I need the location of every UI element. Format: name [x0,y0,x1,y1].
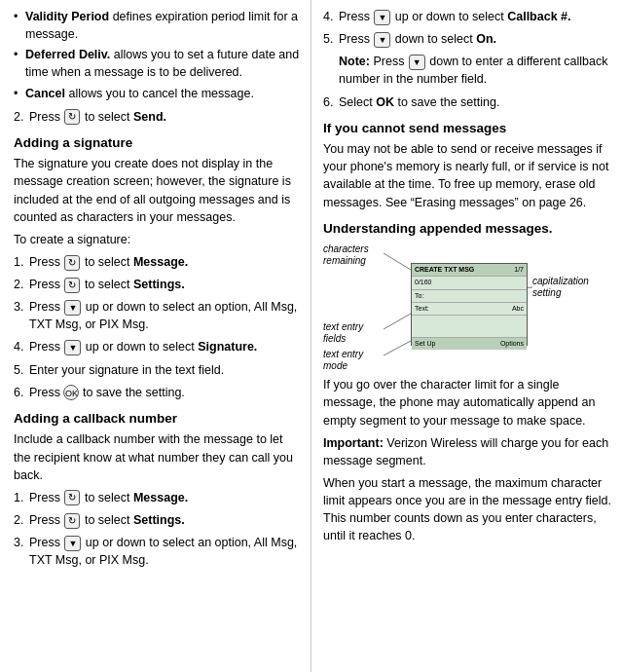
bullet-list: Validity Period defines expiration perio… [14,8,301,102]
sig-step-content-5: Enter your signature in the text field. [29,361,301,379]
bullet-bold-2: Deferred Deliv. [25,48,110,61]
step2-bold: Send. [133,110,166,124]
text-entry-mode-label: text entry mode [323,349,363,371]
sig-step-num-5: 5. [14,361,29,379]
sig-step-content-1: Press ↻ to select Message. [29,253,301,271]
cb-step-3: 3. Press ▼ up or down to select an optio… [14,534,301,569]
right-step-num-4: 4. [323,8,339,25]
step2-text: to select [85,110,130,124]
callback-para: Include a callback number with the messa… [14,430,301,483]
screen-title: CREATE TXT MSG [415,265,474,275]
sig-step-5: 5. Enter your signature in the text fiel… [14,361,301,379]
cb-step-num-3: 3. [14,534,29,551]
right-step-5: 5. Press ▼ down to select On. [323,30,612,48]
screen-page: 1/7 [514,265,524,275]
chars-remaining-label: characters remaining [323,243,369,266]
right-step-content-5: Press ▼ down to select On. [339,30,612,48]
callout-chars: characters remaining [323,243,382,267]
right-step-num-6: 6. [323,93,339,111]
r-nav-icon-note: ▼ [409,55,425,70]
bullet-bold-1: Validity Period [25,10,109,23]
screen-btn2: Options [500,339,524,349]
note-block: Note: Press ▼ down to enter a different … [339,53,612,88]
cb-nav-icon-3: ▼ [64,536,81,551]
right-step-num-5: 5. [323,30,339,48]
list-item: Cancel allows you to cancel the message. [14,85,301,102]
cb-step-2: 2. Press ↻ to select Settings. [14,511,301,529]
bullet-rest-3: allows you to cancel the message. [68,87,253,100]
sig-step-3: 3. Press ▼ up or down to select an optio… [14,298,301,333]
screen-text-row: Text: Abc [412,303,527,316]
r-nav-icon-5: ▼ [374,32,390,48]
sig-step-content-2: Press ↻ to select Settings. [29,276,301,293]
important-block: Important: Verizon Wireless will charge … [323,434,612,469]
screen-abc: Abc [512,304,524,314]
screen-counter-row: 0/160 [412,277,527,289]
sig-step-num-2: 2. [14,276,29,293]
svg-line-0 [384,253,411,270]
sig-step-num-3: 3. [14,298,29,316]
signature-para: The signature you create does not displa… [14,155,301,226]
nav-icon-4: ▼ [64,340,81,355]
sig-step-content-6: Press OK to save the setting. [29,384,301,401]
callout-text-entry: text entry fields [323,321,382,345]
main-content: Validity Period defines expiration perio… [0,0,622,672]
cb-icon-2: ↻ [64,513,80,529]
cb-step-num-2: 2. [14,511,29,529]
screen-bottom-bar: Set Up Options [412,337,527,350]
cannot-para: You may not be able to send or receive m… [323,140,612,211]
svg-line-1 [384,314,411,329]
right-column: 4. Press ▼ up or down to select Callback… [311,0,622,672]
callout-cap-setting: capitalization setting [532,276,596,299]
r-nav-icon-4: ▼ [374,10,390,25]
sig-step-1: 1. Press ↻ to select Message. [14,253,301,271]
msg-icon-1: ↻ [64,255,80,271]
text-entry-fields-label: text entry fields [323,321,363,344]
list-item: Validity Period defines expiration perio… [14,8,301,43]
screen-empty [412,316,527,337]
press-label: Press [29,110,60,124]
sig-step-content-4: Press ▼ up or down to select Signature. [29,338,301,355]
diagram-screen: CREATE TXT MSG 1/7 0/160 To: Text: Abc [411,263,528,346]
heading-signature: Adding a signature [14,133,301,153]
heading-callback: Adding a callback number [14,409,301,429]
heading-appended: Understanding appended messages. [323,219,612,239]
send-icon: ↻ [64,109,80,125]
screen-btn1: Set Up [415,339,435,349]
note-rest: down to enter a different callback numbe… [339,55,607,86]
screen-to: To: [415,292,423,299]
sig-step-num-1: 1. [14,253,29,271]
right-step-content-6: Select OK to save the setting. [339,93,612,111]
sig-step-4: 4. Press ▼ up or down to select Signatur… [14,338,301,355]
to-create-label: To create a signature: [14,231,301,248]
cap-setting-label: capitalization setting [532,276,589,298]
step-content-2: Press ↻ to select Send. [29,108,301,126]
cb-step-content-2: Press ↻ to select Settings. [29,511,301,529]
right-step-6: 6. Select OK to save the setting. [323,93,612,111]
appended-para1: If you go over the character limit for a… [323,376,612,429]
cb-icon-1: ↻ [64,490,80,505]
ok-icon-sig: OK [63,385,79,400]
cb-step-content-3: Press ▼ up or down to select an option, … [29,534,301,569]
appended-para2: When you start a message, the maximum ch… [323,474,612,545]
screen-text: Text: [415,304,429,314]
screen-to-row: To: [412,290,527,303]
note-label: Note: [339,55,370,68]
sig-step-2: 2. Press ↻ to select Settings. [14,276,301,293]
list-item: Deferred Deliv. allows you to set a futu… [14,46,301,81]
sig-step-num-4: 4. [14,338,29,355]
cb-step-1: 1. Press ↻ to select Message. [14,489,301,506]
sig-step-num-6: 6. [14,384,29,401]
important-label: Important: [323,436,384,450]
screen-top-bar: CREATE TXT MSG 1/7 [412,264,527,277]
right-step-4: 4. Press ▼ up or down to select Callback… [323,8,612,25]
cb-step-num-1: 1. [14,489,29,506]
nav-icon-3: ▼ [64,300,81,316]
diagram-wrapper: characters remaining CR [323,243,596,370]
page-wrapper: Validity Period defines expiration perio… [0,0,622,672]
msg-icon-2: ↻ [64,278,80,293]
bullet-bold-3: Cancel [25,87,65,100]
step-num-2: 2. [14,108,29,126]
cb-step-content-1: Press ↻ to select Message. [29,489,301,506]
right-step-content-4: Press ▼ up or down to select Callback #. [339,8,612,25]
